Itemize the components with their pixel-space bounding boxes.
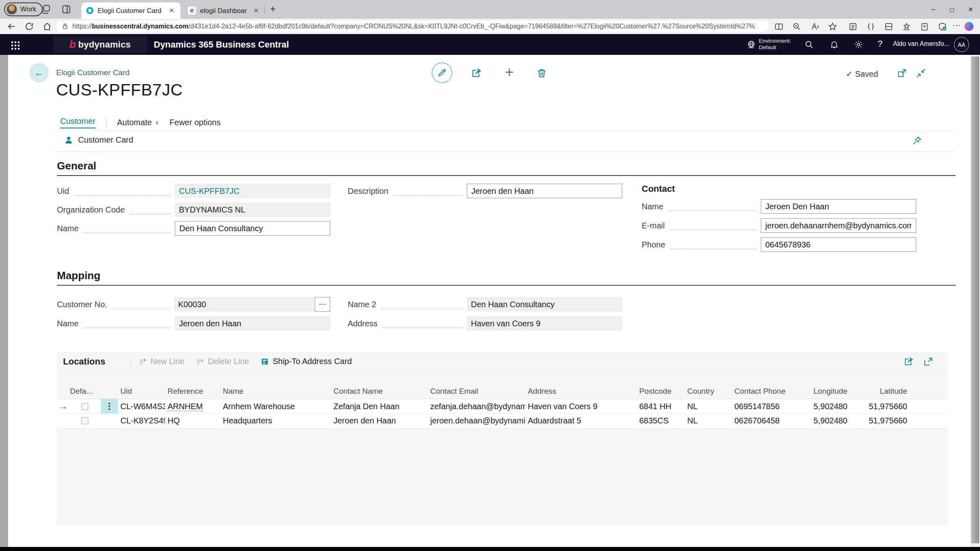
search-icon[interactable] — [804, 40, 814, 49]
expand-list-icon[interactable] — [923, 356, 934, 367]
default-checkbox[interactable] — [81, 403, 88, 410]
back-icon[interactable] — [7, 22, 16, 31]
open-in-window-icon[interactable] — [897, 68, 907, 78]
default-checkbox[interactable] — [81, 417, 88, 424]
zoom-icon[interactable] — [792, 22, 801, 31]
uid-field[interactable]: CUS-KPFFB7JC — [175, 184, 330, 198]
user-avatar[interactable]: AA — [954, 37, 969, 52]
environment-globe-icon[interactable] — [747, 40, 756, 49]
col-name[interactable]: Name — [220, 387, 331, 396]
col-contact-email[interactable]: Contact Email — [428, 387, 525, 396]
table-row[interactable]: → CL-W6M4S3... ARNHEM Arnhem Warehouse Z… — [57, 399, 947, 414]
col-longitude[interactable]: Longitude — [790, 387, 850, 396]
col-contact-phone[interactable]: Contact Phone — [732, 387, 790, 396]
tab-close-icon[interactable]: ✕ — [169, 7, 174, 14]
browser-profile-chip[interactable]: Work — [4, 2, 43, 16]
tab-actions-icon[interactable] — [61, 4, 72, 15]
cell-uid: CL-K8Y2S49Y — [118, 416, 165, 425]
section-general-heading[interactable]: General — [57, 160, 96, 172]
col-country[interactable]: Country — [685, 387, 732, 396]
dotted-leader — [74, 195, 171, 196]
new-line-button[interactable]: New Line — [138, 357, 184, 366]
window-maximize-button[interactable]: ▢ — [943, 0, 961, 19]
scrollbar-thumb[interactable] — [971, 56, 979, 543]
refresh-icon[interactable] — [24, 22, 34, 31]
vertical-scrollbar[interactable] — [970, 55, 980, 547]
ship-to-address-card-button[interactable]: Ship-To Address Card — [260, 357, 352, 366]
delete-button[interactable] — [536, 67, 547, 79]
favorites-bar-icon[interactable] — [902, 22, 911, 31]
read-aloud-icon[interactable] — [810, 22, 819, 31]
description-field[interactable] — [467, 184, 622, 198]
col-default[interactable]: Defa... — [68, 387, 101, 396]
col-contact-name[interactable]: Contact Name — [331, 387, 428, 396]
col-latitude[interactable]: Latitude — [850, 387, 910, 396]
cell-longitude: 5,902480 — [790, 402, 850, 411]
address-bar[interactable]: https://businesscentral.dynamics.com/d43… — [56, 21, 769, 32]
waffle-menu-icon[interactable] — [11, 41, 20, 50]
lock-icon[interactable] — [62, 23, 68, 30]
split-view-icon[interactable] — [884, 22, 893, 31]
cell-address: Aduardstraat 5 — [525, 416, 637, 425]
name2-field: Den Haan Consultancy — [467, 297, 622, 312]
window-close-button[interactable]: ✕ — [961, 0, 980, 19]
window-minimize-button[interactable]: – — [924, 0, 943, 19]
locations-toolbar: Locations New Line Delete Line Ship-To A… — [57, 352, 947, 371]
page-back-button[interactable]: ← — [29, 63, 49, 82]
browser-tab-active[interactable]: Elogii Customer Card - CUS-KPFF ✕ — [81, 2, 181, 19]
field-label: Uid — [57, 187, 69, 196]
delete-line-button[interactable]: Delete Line — [196, 357, 249, 366]
copilot-icon[interactable] — [965, 22, 973, 31]
collections-icon[interactable] — [848, 22, 858, 31]
cell-reference[interactable]: HQ — [165, 416, 220, 425]
section-mapping-heading[interactable]: Mapping — [57, 269, 100, 282]
breadcrumb[interactable]: Elogii Customer Card — [56, 68, 130, 77]
row-menu-icon[interactable] — [101, 399, 118, 414]
share-list-icon[interactable] — [904, 356, 914, 367]
tab-close-icon[interactable]: ✕ — [253, 7, 259, 14]
ship-to-card-icon — [260, 357, 269, 366]
environment-label[interactable]: Environment: Default — [759, 38, 791, 51]
split-screen-icon[interactable] — [774, 22, 784, 31]
math-solver-icon[interactable] — [866, 22, 875, 31]
locations-heading[interactable]: Locations — [63, 356, 105, 367]
workspaces-icon[interactable] — [41, 4, 51, 15]
cell-reference[interactable]: ARNHEM — [165, 402, 220, 411]
edit-button[interactable] — [432, 63, 452, 83]
share-button[interactable] — [471, 67, 482, 79]
collapse-icon[interactable] — [916, 68, 926, 78]
notifications-bell-icon[interactable] — [830, 40, 839, 49]
home-icon[interactable] — [42, 22, 52, 31]
menu-customer[interactable]: Customer — [60, 117, 96, 128]
col-reference[interactable]: Reference — [165, 387, 220, 396]
col-postcode[interactable]: Postcode — [637, 387, 685, 396]
user-name[interactable]: Aldo van Amersfo... — [893, 40, 951, 48]
contact-name-field[interactable] — [761, 199, 916, 214]
contact-email-field[interactable] — [761, 218, 916, 233]
name-field[interactable] — [175, 221, 330, 236]
table-row[interactable]: CL-K8Y2S49Y HQ Headquarters Jeroen den H… — [57, 414, 947, 428]
menu-fewer-options[interactable]: Fewer options — [170, 118, 221, 127]
browser-essentials-icon[interactable] — [920, 22, 929, 31]
menu-automate[interactable]: Automate — [117, 118, 152, 127]
settings-gear-icon[interactable] — [854, 40, 863, 49]
cell-contact-email: jeroen.dehaan@bydynamic... — [428, 416, 525, 425]
customer-no-field[interactable]: K00030 — [174, 297, 314, 312]
new-button[interactable]: + — [505, 64, 514, 81]
field-label: Name — [57, 224, 78, 233]
col-uid[interactable]: Uid — [118, 387, 165, 396]
favorite-star-icon[interactable] — [828, 22, 837, 31]
help-icon[interactable]: ? — [878, 39, 882, 49]
pin-icon[interactable] — [912, 135, 922, 146]
card-label-row[interactable]: Customer Card — [64, 135, 133, 145]
field-label: Organization Code — [57, 205, 125, 215]
browser-tab-inactive[interactable]: e elogii Dashboard ✕ — [183, 2, 264, 19]
customer-no-lookup-button[interactable]: ⋯ — [315, 297, 330, 312]
contact-phone-field[interactable] — [761, 237, 916, 252]
col-address[interactable]: Address — [525, 387, 637, 396]
new-tab-button[interactable]: + — [270, 3, 276, 15]
more-options-icon[interactable]: ⋯ — [952, 20, 962, 30]
tracking-prevention-icon[interactable] — [938, 22, 947, 31]
tab-title: Elogii Customer Card - CUS-KPFF — [98, 7, 163, 15]
company-logo[interactable]: b bydynamics — [53, 36, 147, 53]
